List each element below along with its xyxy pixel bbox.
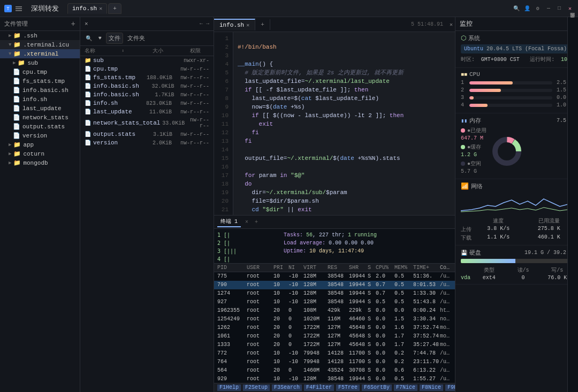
search-toggle-icon[interactable]: 🔍 — [83, 34, 94, 43]
fm-row-sub[interactable]: 📁sub nwxr-xr- — [80, 56, 214, 65]
app-icon: T — [4, 5, 12, 12]
col-time: TIME+ — [413, 265, 440, 271]
new-tab-button[interactable]: + — [108, 3, 121, 14]
proc-row-1962355[interactable]: 1962355root200108M429k229kS0.00.00:00.24… — [214, 306, 455, 315]
fm-row-info-basic-sh-2[interactable]: 📄info.basic.sh 1.7KiB nw-r--r-- — [80, 90, 214, 99]
chevron-right-icon: ▶ — [9, 151, 11, 157]
tree-item-sub[interactable]: ▶ 📁 sub — [0, 58, 80, 67]
disk-stats-grid: 类型 读/s 写/s vda ext4 0 76.0 K — [461, 266, 573, 281]
f4-filter[interactable]: F4Filter — [304, 385, 334, 391]
folder-icon: 📁 — [13, 150, 21, 157]
proc-row-929[interactable]: 929root10-10128M3854819944S0.00.51:55.27… — [214, 375, 455, 383]
f8-nice[interactable]: F8Nice — [420, 385, 443, 391]
search-icon[interactable]: 🔍 — [513, 5, 520, 12]
file-manager-toolbar: 🔍 ♥ 文件 文件夹 — [80, 31, 214, 46]
tree-item-fs-stats[interactable]: 📄 fs_stats.tmp — [0, 76, 80, 86]
col-pid: PID — [217, 265, 247, 271]
fm-permissions: nw-r--r-- — [172, 109, 209, 115]
editor-content[interactable]: 12345 678910 1112131415 1617181920 21222… — [214, 32, 455, 215]
settings-icon[interactable]: ⚙ — [534, 5, 542, 12]
fm-row-info-basic-sh[interactable]: 📄info.basic.sh 32.0KiB nw-r--r-- — [80, 82, 214, 90]
net-upload-label: 上传 — [461, 226, 471, 233]
file-tree-sidebar: 文件管理 + ▶ 📁 .ssh ▼ 📁 .terminal.icu ▼ 📁 .x… — [0, 17, 80, 392]
proc-row-1262[interactable]: 1262root2001722M127M45648S0.01.637:52.74… — [214, 324, 455, 332]
process-table-header: PID USER PRI NI VIRT RES SHR S CPU% MEM%… — [214, 264, 455, 272]
code-editor[interactable]: #!/bin/bash __main() { # 版定更新前时文件, 如果是 2… — [233, 32, 455, 215]
f3-search[interactable]: F3Search — [272, 385, 302, 391]
proc-row-1274[interactable]: 1274root10-10128M3854819944S0.70.51:33.3… — [214, 289, 455, 298]
sidebar-add-button[interactable]: + — [71, 20, 75, 28]
proc-row-1254249[interactable]: 1254249root2001020M116M46460S0.01.53:30.… — [214, 315, 455, 324]
heart-icon[interactable]: ♥ — [96, 34, 104, 42]
tree-item-info-basic-sh[interactable]: 📄 info.basic.sh — [0, 86, 80, 95]
tab-label: info.sh — [72, 5, 97, 12]
f2-setup[interactable]: F2Setup — [243, 385, 270, 391]
tree-item-app[interactable]: ▶ 📁 app — [0, 140, 80, 149]
tree-item-mongodb[interactable]: ▶ 📁 mongodb — [0, 158, 80, 167]
tree-item-terminal-icu[interactable]: ▼ 📁 .terminal.icu — [0, 40, 80, 49]
tree-item-last-update[interactable]: 📄 last_update — [0, 104, 80, 113]
fm-row-output-stats[interactable]: 📄output.stats 3.1KiB nw-r--r-- — [80, 130, 214, 139]
proc-row-564[interactable]: 564root2001460M4352430708S0.00.66:13.22/… — [214, 366, 455, 375]
f5-tree[interactable]: F5Tree — [336, 385, 360, 391]
fm-row-last-update[interactable]: 📄last_update 11.0KiB nw-r--r-- — [80, 107, 214, 116]
tree-item-info-sh[interactable]: 📄 info.sh — [0, 95, 80, 104]
fm-filename: sub — [93, 57, 104, 64]
tree-item-network-stats[interactable]: 📄 network_stats — [0, 113, 80, 122]
fm-row-network-stats-total[interactable]: 📄network_stats_total 33.0KiB nw-r--r-- — [80, 116, 214, 130]
close-button[interactable]: ✕ — [566, 5, 574, 12]
fm-filename: output.stats — [93, 131, 135, 137]
terminal-content[interactable]: 1 [| 2 [| 3 [||| 4 [| Mem[|| Swp[ Tasks:… — [214, 229, 455, 263]
net-download-flow: 460.1 K — [526, 234, 573, 242]
tree-item-cpu-tmp[interactable]: 📄 cpu.tmp — [0, 67, 80, 76]
file-icon: 📄 — [85, 131, 91, 137]
fm-filesize: 1.7KiB — [139, 92, 174, 98]
proc-row-1333[interactable]: 1333root2001722M127M45648S0.01.735:27.48… — [214, 341, 455, 349]
terminal-tab-1[interactable]: 终端 1 — [217, 217, 241, 227]
fm-row-version[interactable]: 📄version 2.0KiB nw-r--r-- — [80, 139, 214, 147]
file-icon: 📄 — [13, 123, 20, 130]
proc-row-790[interactable]: 790root10-10128M3854819944S0.70.58:01.53… — [214, 281, 455, 289]
maximize-button[interactable]: □ — [556, 5, 563, 12]
tree-item-coturn[interactable]: ▶ 📁 coturn — [0, 149, 80, 158]
monitor-section-disk: 💾 硬盘 19.1 G / 39.2 G — [461, 249, 573, 257]
tree-item-output-stats[interactable]: 📄 output.stats — [0, 122, 80, 131]
tab-close-icon[interactable]: ✕ — [99, 5, 102, 12]
fm-row-fs-stats-tmp[interactable]: 📄fs_stats.tmp 188.0KiB nw-r--r-- — [80, 73, 214, 82]
editor-tab-info-sh[interactable]: info.sh ✕ — [214, 19, 255, 30]
terminal-new-tab-button[interactable]: + — [253, 218, 260, 226]
file-button[interactable]: 文件 — [106, 33, 123, 44]
f7-nice[interactable]: F7Nice — [394, 385, 417, 391]
editor-tab-close-icon[interactable]: ✕ — [246, 22, 249, 28]
minimize-button[interactable]: — — [545, 5, 552, 12]
tree-item-version[interactable]: 📄 version — [0, 131, 80, 140]
terminal-section: 终端 1 × + 1 [| 2 [| 3 [||| 4 [| Mem[|| Sw… — [214, 215, 455, 263]
editor-tab-info-sh[interactable]: info.sh ✕ — [67, 3, 107, 14]
tree-item-xterminal[interactable]: ▼ 📁 .xterminal — [0, 49, 80, 58]
cpu-icon: ■■ — [461, 72, 467, 78]
svg-text:T: T — [6, 6, 10, 12]
net-speed-header: 速度 — [475, 217, 522, 225]
proc-row-927[interactable]: 927root10-10128M3854819944S0.50.551:43.8… — [214, 298, 455, 306]
fm-row-info-sh[interactable]: 📄info.sh 823.0KiB nw-r--r-- — [80, 99, 214, 107]
process-rows-container: 775root10-10128M3854819944S2.00.551:36./… — [214, 272, 455, 383]
fm-row-cpu-tmp[interactable]: 📄cpu.tmp nw-r--r-- — [80, 65, 214, 73]
fm-permissions: nw-r--r-- — [172, 101, 209, 106]
chevron-right-icon: ▶ — [9, 160, 11, 166]
proc-row-764[interactable]: 764root10-10799481412811700S0.00.223:11.… — [214, 358, 455, 366]
proc-row-772[interactable]: 772root10-10799481412811700S0.00.27:44.7… — [214, 349, 455, 358]
editor-add-tab-button[interactable]: + — [255, 19, 270, 30]
proc-row-775[interactable]: 775root10-10128M3854819944S2.00.551:36./… — [214, 272, 455, 281]
avatar-icon[interactable]: 👤 — [523, 5, 531, 12]
terminal-add-button[interactable]: × — [243, 218, 250, 226]
disk-icon: 💾 — [461, 250, 467, 256]
fm-filename: info.sh — [93, 100, 118, 106]
tree-item-ssh[interactable]: ▶ 📁 .ssh — [0, 31, 80, 40]
proc-row-1061[interactable]: 1061root2001722M127M45648S0.01.737:52.74… — [214, 332, 455, 341]
f6-sortby[interactable]: F6SortBy — [362, 385, 392, 391]
editor-close-button[interactable]: ✕ — [447, 21, 455, 28]
f9-kill[interactable]: F9Kill — [445, 385, 455, 391]
folder-button[interactable]: 文件夹 — [125, 33, 147, 43]
f1-help[interactable]: F1Help — [217, 385, 241, 391]
fm-permissions: nw-r--r-- — [172, 132, 209, 137]
